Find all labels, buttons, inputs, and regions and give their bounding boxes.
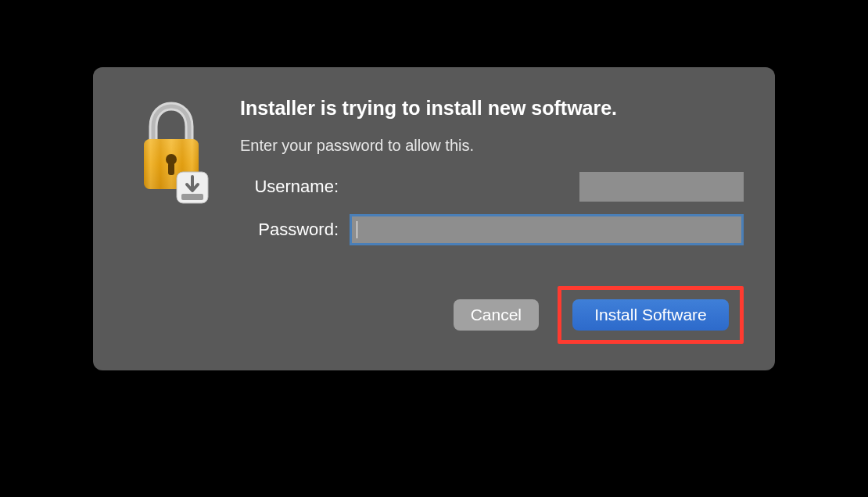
dialog-subtitle: Enter your password to allow this. (240, 137, 744, 155)
username-field[interactable] (350, 172, 744, 202)
install-software-button[interactable]: Install Software (572, 299, 729, 331)
password-row: Password: (240, 214, 744, 245)
install-button-highlight: Install Software (558, 286, 744, 344)
username-row: Username: (240, 172, 744, 202)
lock-installer-icon (128, 100, 214, 213)
svg-rect-5 (181, 194, 203, 200)
dialog-button-row: Cancel Install Software (240, 286, 744, 344)
dialog-title: Installer is trying to install new softw… (240, 97, 744, 120)
auth-dialog: Installer is trying to install new softw… (93, 67, 775, 370)
password-field[interactable] (350, 214, 744, 245)
dialog-icon-column (124, 97, 218, 344)
cancel-button[interactable]: Cancel (454, 299, 539, 331)
username-value-area[interactable] (350, 172, 579, 202)
username-field-highlight (579, 172, 744, 202)
username-label: Username: (240, 177, 350, 197)
svg-rect-3 (168, 163, 174, 175)
password-label: Password: (240, 220, 350, 240)
dialog-content: Installer is trying to install new softw… (240, 97, 744, 344)
